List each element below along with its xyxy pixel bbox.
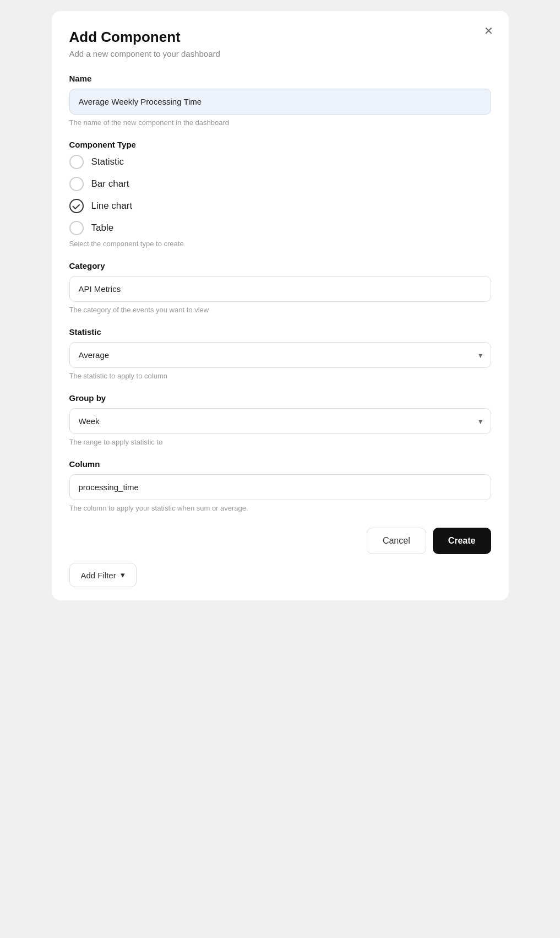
group-by-select-wrapper: Week Day Month Year ▾ — [69, 408, 491, 434]
radio-circle-bar-chart — [69, 177, 84, 191]
category-label: Category — [69, 261, 491, 270]
radio-item-bar-chart[interactable]: Bar chart — [69, 177, 491, 191]
radio-circle-table — [69, 221, 84, 235]
radio-label-table: Table — [91, 223, 114, 234]
radio-item-table[interactable]: Table — [69, 221, 491, 235]
category-hint: The category of the events you want to v… — [69, 306, 491, 314]
radio-item-line-chart[interactable]: Line chart — [69, 199, 491, 213]
modal-subtitle: Add a new component to your dashboard — [69, 49, 491, 58]
close-icon: ✕ — [484, 24, 493, 37]
group-by-hint: The range to apply statistic to — [69, 438, 491, 446]
component-type-hint: Select the component type to create — [69, 240, 491, 248]
close-button[interactable]: ✕ — [480, 22, 498, 40]
add-filter-button[interactable]: Add Filter ▾ — [69, 563, 137, 587]
cancel-button[interactable]: Cancel — [367, 528, 426, 554]
name-label: Name — [69, 74, 491, 83]
category-section: Category The category of the events you … — [69, 261, 491, 314]
radio-label-statistic: Statistic — [91, 156, 124, 167]
group-by-section: Group by Week Day Month Year ▾ The range… — [69, 393, 491, 446]
name-input[interactable] — [69, 89, 491, 115]
statistic-section: Statistic Average Sum Count Min Max ▾ Th… — [69, 327, 491, 380]
radio-circle-line-chart — [69, 199, 84, 213]
statistic-select[interactable]: Average Sum Count Min Max — [69, 342, 491, 368]
add-component-modal: ✕ Add Component Add a new component to y… — [52, 11, 509, 600]
create-button[interactable]: Create — [433, 528, 491, 554]
add-filter-section: Add Filter ▾ — [69, 563, 491, 587]
group-by-label: Group by — [69, 393, 491, 403]
modal-title: Add Component — [69, 29, 491, 46]
column-input[interactable] — [69, 474, 491, 500]
name-hint: The name of the new component in the das… — [69, 118, 491, 127]
name-section: Name The name of the new component in th… — [69, 74, 491, 127]
column-hint: The column to apply your statistic when … — [69, 504, 491, 512]
button-row: Cancel Create — [69, 528, 491, 554]
component-type-label: Component Type — [69, 140, 491, 149]
component-type-section: Component Type Statistic Bar chart Line … — [69, 140, 491, 248]
radio-label-line-chart: Line chart — [91, 200, 133, 212]
statistic-label: Statistic — [69, 327, 491, 337]
column-section: Column The column to apply your statisti… — [69, 459, 491, 512]
radio-label-bar-chart: Bar chart — [91, 178, 129, 189]
radio-circle-statistic — [69, 155, 84, 169]
group-by-select[interactable]: Week Day Month Year — [69, 408, 491, 434]
radio-item-statistic[interactable]: Statistic — [69, 155, 491, 169]
add-filter-label: Add Filter — [81, 571, 116, 580]
category-input[interactable] — [69, 276, 491, 302]
component-type-radio-group: Statistic Bar chart Line chart Table — [69, 155, 491, 235]
statistic-hint: The statistic to apply to column — [69, 372, 491, 380]
column-label: Column — [69, 459, 491, 469]
statistic-select-wrapper: Average Sum Count Min Max ▾ — [69, 342, 491, 368]
add-filter-chevron-icon: ▾ — [121, 570, 125, 580]
